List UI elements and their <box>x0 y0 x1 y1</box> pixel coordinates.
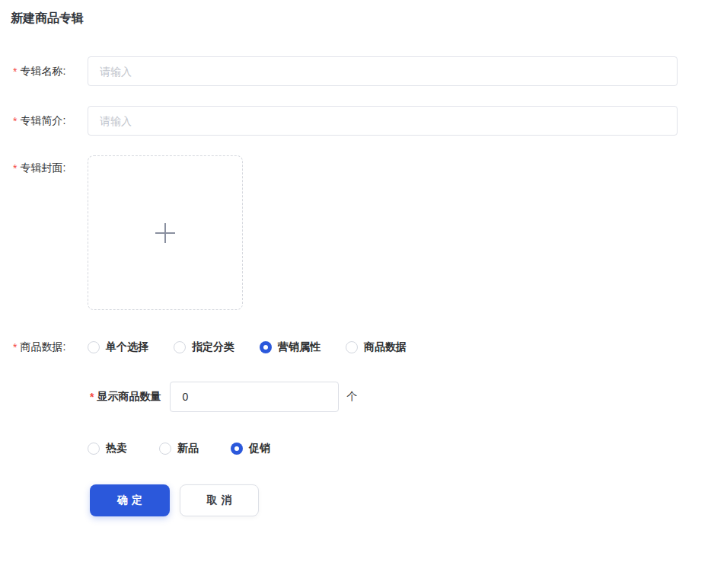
required-asterisk: * <box>13 341 17 353</box>
product-data-label-text: 商品数据: <box>20 340 65 354</box>
album-intro-input[interactable] <box>88 106 678 136</box>
cancel-button[interactable]: 取消 <box>180 484 259 516</box>
product-data-radio-group: 单个选择 指定分类 营销属性 商品数据 <box>88 340 432 354</box>
radio-option-label: 营销属性 <box>278 340 321 354</box>
display-count-input[interactable] <box>170 382 339 412</box>
required-asterisk: * <box>13 115 17 127</box>
album-name-label: * 专辑名称: <box>13 65 88 78</box>
required-asterisk: * <box>13 66 17 78</box>
radio-option-promotion[interactable]: 促销 <box>231 441 270 455</box>
album-cover-label: * 专辑封面: <box>13 155 88 175</box>
radio-circle-icon <box>88 341 100 353</box>
radio-option-label: 指定分类 <box>192 340 234 354</box>
radio-option-hot-sale[interactable]: 热卖 <box>88 441 127 455</box>
radio-option-label: 单个选择 <box>106 340 148 354</box>
radio-circle-icon <box>88 443 100 455</box>
create-album-form: * 专辑名称: * 专辑简介: * 专辑封面: * <box>0 56 708 516</box>
radio-circle-icon <box>159 443 171 455</box>
radio-option-product-data[interactable]: 商品数据 <box>346 340 407 354</box>
radio-circle-icon <box>174 341 186 353</box>
radio-circle-icon <box>346 341 358 353</box>
radio-option-label: 新品 <box>177 441 199 455</box>
radio-selected-icon <box>231 443 243 455</box>
form-row-album-cover: * 专辑封面: <box>0 155 708 310</box>
album-cover-label-text: 专辑封面: <box>20 161 65 175</box>
required-asterisk: * <box>90 391 94 403</box>
form-row-product-data: * 商品数据: 单个选择 指定分类 营销属性 商品数据 <box>0 340 708 354</box>
display-count-label: * 显示商品数量 <box>88 390 161 404</box>
display-count-label-text: 显示商品数量 <box>97 390 161 404</box>
radio-option-single-select[interactable]: 单个选择 <box>88 340 148 354</box>
form-actions: 确定 取消 <box>90 484 708 516</box>
album-name-label-text: 专辑名称: <box>20 65 65 78</box>
form-row-display-count: * 显示商品数量 个 <box>88 382 708 412</box>
radio-option-marketing-attribute[interactable]: 营销属性 <box>260 340 321 354</box>
album-name-input[interactable] <box>88 56 678 86</box>
radio-selected-icon <box>260 341 272 353</box>
radio-option-label: 促销 <box>249 441 270 455</box>
album-intro-label-text: 专辑简介: <box>20 114 65 128</box>
album-intro-label: * 专辑简介: <box>13 114 88 128</box>
radio-option-label: 商品数据 <box>364 340 407 354</box>
form-row-album-name: * 专辑名称: <box>0 56 708 86</box>
radio-option-specified-category[interactable]: 指定分类 <box>174 340 234 354</box>
radio-option-new-product[interactable]: 新品 <box>159 441 199 455</box>
marketing-attribute-subform: * 显示商品数量 个 热卖 新品 促销 <box>88 382 708 516</box>
product-data-label: * 商品数据: <box>13 340 88 354</box>
album-cover-upload[interactable] <box>88 155 243 310</box>
required-asterisk: * <box>13 162 17 174</box>
marketing-tag-radio-group: 热卖 新品 促销 <box>88 441 708 455</box>
form-row-album-intro: * 专辑简介: <box>0 106 708 136</box>
page-title: 新建商品专辑 <box>11 11 708 26</box>
create-album-page: 新建商品专辑 * 专辑名称: * 专辑简介: * 专辑封面: <box>0 0 708 516</box>
radio-option-label: 热卖 <box>106 441 127 455</box>
confirm-button[interactable]: 确定 <box>90 484 170 516</box>
display-count-unit: 个 <box>346 390 357 404</box>
plus-icon <box>155 223 175 243</box>
